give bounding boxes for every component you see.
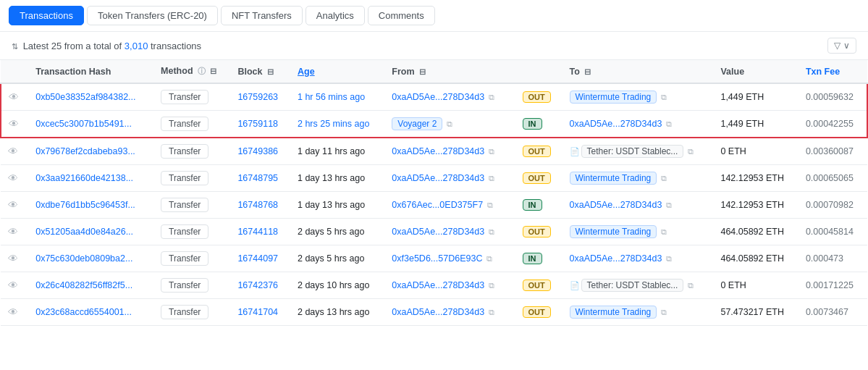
from-address-link[interactable]: 0xaAD5Ae...278D34d3 [392,173,484,183]
method-info-icon[interactable]: ⓘ [198,67,206,75]
tab-comments[interactable]: Comments [368,6,435,25]
tx-hash-link[interactable]: 0x3aa921660de42138... [35,173,133,183]
block-link[interactable]: 16744118 [237,227,278,237]
copy-icon[interactable]: ⧉ [487,201,493,209]
to-named-entity[interactable]: Wintermute Trading [570,172,657,185]
from-address-link[interactable]: 0xf3e5D6...57D6E93C [392,253,482,264]
to-address-link[interactable]: 0xaAD5Ae...278D34d3 [570,200,662,210]
to-address-link[interactable]: 0xaAD5Ae...278D34d3 [570,119,662,129]
table-row: 👁0x75c630deb0809ba2...Transfer167440972 … [1,245,867,272]
eye-icon[interactable]: 👁 [8,279,18,291]
from-address-link[interactable]: 0xaAD5Ae...278D34d3 [392,307,484,317]
block-link[interactable]: 16759118 [237,119,278,129]
filter-button[interactable]: ▽ ∨ [827,38,856,54]
from-address-link[interactable]: 0xaAD5Ae...278D34d3 [392,227,484,237]
eye-icon[interactable]: 👁 [9,91,19,103]
tx-hash-link[interactable]: 0x26c408282f56ff82f5... [35,280,132,290]
table-row: 👁0xdbe76d1bb5c96453f...Transfer167487681… [1,192,867,219]
fee-cell: 0.000473 [799,245,867,272]
tab-token-transfers[interactable]: Token Transfers (ERC-20) [87,6,218,25]
to-named-entity[interactable]: Wintermute Trading [570,91,657,104]
to-cell: 0xaAD5Ae...278D34d3 ⧉ [562,192,714,219]
eye-icon[interactable]: 👁 [8,226,18,237]
copy-icon[interactable]: ⧉ [486,254,492,263]
from-filter-icon[interactable]: ⊟ [419,67,426,76]
to-cell: 0xaAD5Ae...278D34d3 ⧉ [562,111,714,138]
block-link[interactable]: 16748795 [237,173,278,183]
block-link[interactable]: 16749386 [237,146,278,156]
block-filter-icon[interactable]: ⊟ [267,67,274,76]
eye-icon[interactable]: 👁 [8,172,18,184]
to-named-entity[interactable]: Tether: USDT Stablec... [581,279,684,292]
tx-hash-link[interactable]: 0xb50e38352af984382... [35,92,135,102]
from-address-link[interactable]: 0xaAD5Ae...278D34d3 [392,146,484,156]
tx-hash-link[interactable]: 0x79678ef2cdabeba93... [35,146,135,156]
from-address-link[interactable]: 0x676Aec...0ED375F7 [392,200,483,210]
copy-icon[interactable]: ⧉ [688,281,694,290]
copy-icon[interactable]: ⧉ [489,227,494,236]
block-link[interactable]: 16748768 [237,200,278,210]
value-cell: 464.05892 ETH [713,219,798,245]
block-link[interactable]: 16741704 [237,307,278,317]
col-from: From ⊟ [384,60,512,83]
age-cell: 2 days 10 hrs ago [290,272,384,299]
to-named-entity[interactable]: Wintermute Trading [570,306,657,319]
copy-icon[interactable]: ⧉ [661,308,667,316]
tab-nft-transfers[interactable]: NFT Transfers [221,6,303,25]
copy-icon[interactable]: ⧉ [447,119,452,128]
total-link[interactable]: 3,010 [125,41,148,51]
to-cell: Wintermute Trading ⧉ [562,219,714,245]
tab-transactions[interactable]: Transactions [9,6,84,25]
copy-icon[interactable]: ⧉ [688,147,694,156]
direction-cell: IN [513,111,562,138]
copy-icon[interactable]: ⧉ [489,281,494,290]
col-direction [513,60,562,83]
from-cell: 0xf3e5D6...57D6E93C ⧉ [384,245,512,272]
to-named-entity[interactable]: Tether: USDT Stablec... [581,145,684,158]
direction-badge: OUT [523,279,551,291]
tab-analytics[interactable]: Analytics [306,6,365,25]
block-link[interactable]: 16759263 [237,92,278,102]
summary-prefix: Latest 25 from a total of [23,41,122,51]
tx-hash-link[interactable]: 0x23c68accd6554001... [35,307,132,317]
to-filter-icon[interactable]: ⊟ [584,67,591,76]
from-cell: 0x676Aec...0ED375F7 ⧉ [384,192,512,219]
from-address-link[interactable]: 0xaAD5Ae...278D34d3 [392,280,484,290]
eye-icon[interactable]: 👁 [8,199,18,211]
direction-badge: IN [523,199,542,211]
eye-icon[interactable]: 👁 [9,118,19,130]
copy-icon[interactable]: ⧉ [489,308,494,316]
eye-icon[interactable]: 👁 [8,253,18,264]
tx-hash-link[interactable]: 0xdbe76d1bb5c96453f... [35,200,135,210]
tx-hash-link[interactable]: 0x51205aa4d0e84a26... [35,227,133,237]
to-cell: 0xaAD5Ae...278D34d3 ⧉ [562,245,714,272]
direction-cell: OUT [513,83,562,111]
method-badge: Transfer [161,90,208,104]
col-to: To ⊟ [562,60,714,83]
copy-icon[interactable]: ⧉ [661,227,667,236]
to-named-entity[interactable]: Wintermute Trading [570,225,657,238]
eye-icon[interactable]: 👁 [8,146,18,157]
copy-icon[interactable]: ⧉ [489,93,494,101]
copy-icon[interactable]: ⧉ [661,93,667,101]
tx-hash-link[interactable]: 0x75c630deb0809ba2... [35,253,132,264]
from-address-link[interactable]: 0xaAD5Ae...278D34d3 [392,92,484,102]
tx-hash-link[interactable]: 0xcec5c3007b1b5491... [35,119,132,129]
copy-icon[interactable]: ⧉ [489,174,494,182]
from-named-entity[interactable]: Voyager 2 [392,117,442,130]
direction-cell: OUT [513,165,562,192]
doc-icon: 📄 [570,281,580,290]
method-badge: Transfer [161,171,208,185]
block-link[interactable]: 16744097 [237,253,278,264]
block-link[interactable]: 16742376 [237,280,278,290]
copy-icon[interactable]: ⧉ [666,254,672,263]
value-cell: 0 ETH [713,138,798,165]
method-filter-icon[interactable]: ⊟ [210,67,216,75]
eye-icon[interactable]: 👁 [8,306,18,318]
copy-icon[interactable]: ⧉ [661,174,667,182]
copy-icon[interactable]: ⧉ [489,147,494,156]
to-address-link[interactable]: 0xaAD5Ae...278D34d3 [570,253,662,264]
copy-icon[interactable]: ⧉ [666,201,672,209]
copy-icon[interactable]: ⧉ [666,119,672,128]
direction-badge: OUT [523,306,551,318]
